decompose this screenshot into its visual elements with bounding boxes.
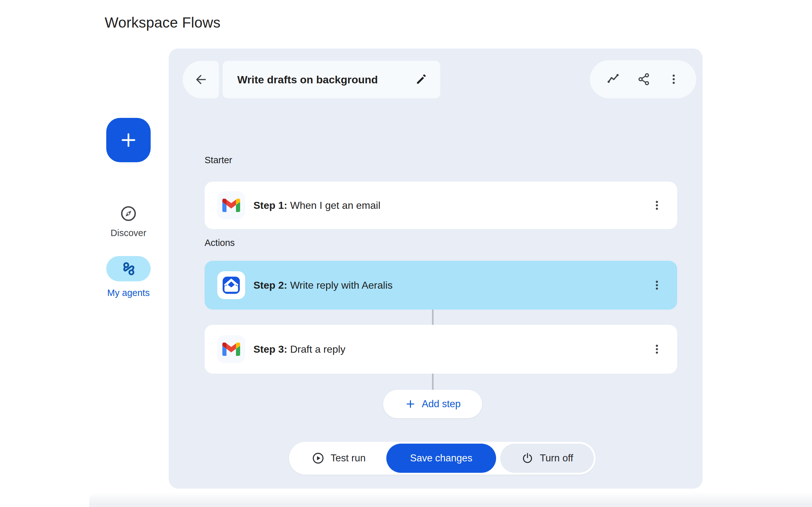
more-vertical-icon (651, 343, 663, 355)
step-title: Step 1:When I get an email (253, 200, 648, 211)
flow-footer-actions: Test run Save changes Turn off (289, 442, 596, 475)
save-changes-button[interactable]: Save changes (386, 444, 496, 473)
more-vertical-icon (651, 199, 663, 212)
step-connector (432, 309, 434, 325)
arrow-left-icon (194, 72, 208, 87)
bottom-edge-strip (89, 492, 812, 507)
share-button[interactable] (637, 72, 652, 87)
more-vertical-icon (651, 279, 663, 291)
add-step-button[interactable]: Add step (383, 390, 482, 418)
flow-toolbar (590, 60, 696, 98)
more-vertical-icon (667, 72, 680, 86)
step-row-1[interactable]: Step 1:When I get an email (205, 181, 677, 229)
step-row-2-selected[interactable]: Step 2:Write reply with Aeralis (205, 261, 677, 309)
gmail-icon (217, 335, 245, 363)
step-row-3[interactable]: Step 3:Draft a reply (205, 325, 677, 374)
turn-off-button[interactable]: Turn off (500, 444, 594, 473)
step-menu-button[interactable] (648, 271, 666, 299)
plus-icon (118, 130, 139, 150)
more-options-button[interactable] (667, 72, 680, 86)
agents-flow-icon (120, 261, 137, 277)
flow-title-pill[interactable]: Write drafts on background (223, 61, 440, 98)
new-flow-button[interactable] (106, 118, 151, 162)
back-button[interactable] (183, 61, 219, 98)
sidebar-active-pill (106, 256, 151, 281)
aeralis-mail-icon (217, 271, 245, 299)
flow-title: Write drafts on background (237, 73, 378, 86)
sidebar-item-label: My agents (107, 288, 150, 298)
test-run-button[interactable]: Test run (291, 444, 386, 473)
page-title: Workspace Flows (105, 14, 220, 31)
plus-icon (405, 398, 416, 410)
sidebar-item-label: Discover (111, 228, 147, 238)
pencil-icon (415, 73, 427, 86)
sidebar-item-my-agents[interactable]: My agents (106, 256, 151, 298)
edit-title-button[interactable] (415, 73, 427, 86)
share-icon (637, 72, 652, 87)
step-menu-button[interactable] (648, 335, 666, 363)
power-icon (521, 452, 534, 465)
compass-icon (119, 205, 138, 223)
step-menu-button[interactable] (648, 191, 666, 219)
activity-line-icon (606, 72, 621, 87)
play-circle-icon (311, 452, 325, 465)
activity-button[interactable] (606, 72, 621, 87)
section-label-starter: Starter (205, 155, 232, 165)
step-title: Step 2:Write reply with Aeralis (253, 279, 648, 291)
gmail-icon (217, 191, 245, 219)
sidebar-item-discover[interactable]: Discover (106, 205, 151, 238)
step-connector (432, 374, 434, 390)
section-label-actions: Actions (205, 238, 235, 248)
flow-editor-card: Write drafts on background (169, 49, 703, 489)
step-title: Step 3:Draft a reply (253, 343, 648, 355)
